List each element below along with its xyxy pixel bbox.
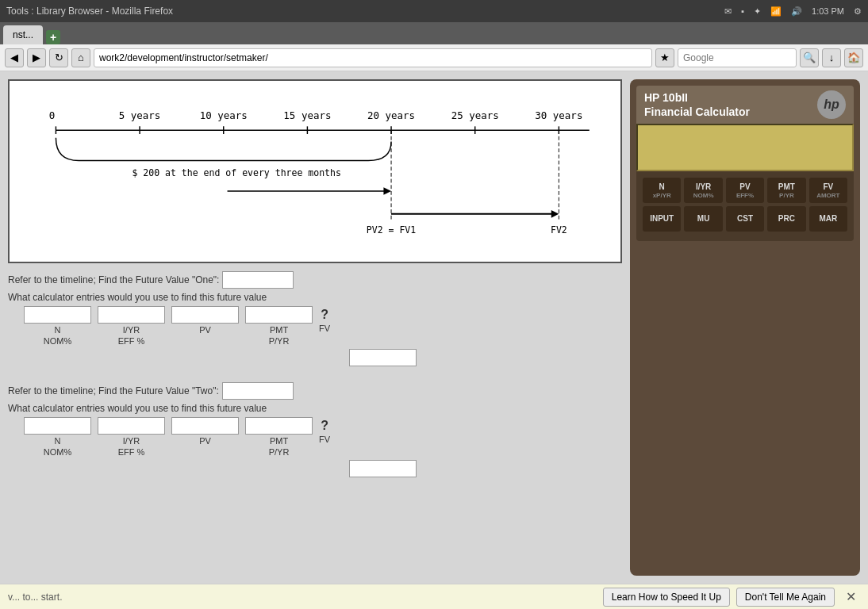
hp-btn-iyr[interactable]: I/YRNOM%	[684, 178, 722, 203]
hp-btn-input[interactable]: INPUT	[643, 206, 681, 232]
form2-row2: What calculator entries would you use to…	[8, 403, 622, 414]
form1-label1: Refer to the timeline; Find the Future V…	[8, 274, 219, 285]
forward-button[interactable]: ▶	[27, 48, 46, 67]
search-input[interactable]	[678, 48, 797, 67]
form2-fv-col: ? FV	[319, 417, 330, 457]
content-area: 0 5 years 10 years 15 years 20 years 25 …	[0, 71, 868, 584]
form1-n-label: N	[55, 325, 61, 335]
timeline-svg: 0 5 years 10 years 15 years 20 years 25 …	[25, 97, 605, 247]
form1-row1: Refer to the timeline; Find the Future V…	[8, 271, 622, 289]
hp-calculator: HP 10bII Financial Calculator hp NxP/YR …	[630, 79, 860, 576]
form1-pmt-input[interactable]	[245, 306, 313, 324]
svg-text:5 years: 5 years	[119, 109, 161, 121]
hp-title: HP 10bII Financial Calculator	[644, 90, 750, 119]
bookmark-button[interactable]: ★	[655, 48, 674, 67]
svg-marker-19	[383, 187, 391, 195]
form2-calc-inputs: N NOM% I/YR EFF % PV PMT P/YR	[24, 417, 622, 457]
hp-header: HP 10bII Financial Calculator hp	[636, 86, 854, 124]
form1-pmt-col: PMT P/YR	[245, 306, 313, 346]
url-input[interactable]	[94, 48, 652, 67]
form1-pv-label: PV	[199, 325, 211, 335]
hp-btn-row-1: NxP/YR I/YRNOM% PVEFF% PMTP/YR FVAMORT	[643, 178, 847, 203]
hp-title-line2: Financial Calculator	[644, 105, 750, 119]
bookmarks-button[interactable]: 🏠	[844, 48, 863, 67]
form1-fv-answer-input[interactable]	[349, 349, 417, 366]
form1-pyr-label: P/YR	[269, 336, 290, 346]
form2-pv-input[interactable]	[171, 417, 239, 435]
close-notification-button[interactable]: ✕	[841, 588, 860, 607]
new-tab-button[interactable]: +	[46, 30, 60, 44]
form1-pv-input[interactable]	[171, 306, 239, 324]
form2-pmt-col: PMT P/YR	[245, 417, 313, 457]
form1-iyr-label: I/YR	[123, 325, 140, 335]
form2-fv-label: FV	[319, 435, 330, 444]
form2-iyr-input[interactable]	[98, 417, 165, 435]
form1-row2: What calculator entries would you use to…	[8, 292, 622, 303]
dont-tell-again-button[interactable]: Don't Tell Me Again	[736, 588, 835, 607]
form2-n-input[interactable]	[24, 417, 91, 435]
back-button[interactable]: ◀	[5, 48, 24, 67]
svg-text:25 years: 25 years	[451, 109, 499, 121]
hp-btn-n[interactable]: NxP/YR	[643, 178, 681, 203]
form1-n-col: N NOM%	[24, 306, 91, 346]
home-button[interactable]: ⌂	[71, 48, 90, 67]
hp-btn-mu[interactable]: MU	[684, 206, 722, 232]
svg-text:15 years: 15 years	[283, 109, 331, 121]
form2-row1: Refer to the timeline; Find the Future V…	[8, 382, 622, 400]
svg-text:10 years: 10 years	[200, 109, 248, 121]
clock: 1:03 PM	[812, 6, 844, 16]
form2-label2: What calculator entries would you use to…	[8, 403, 267, 414]
browser-tab[interactable]: nst...	[3, 25, 43, 44]
battery-icon: ▪	[741, 6, 744, 16]
window-title: Tools : Library Browser - Mozilla Firefo…	[6, 6, 724, 17]
form1-fv-col: ? FV	[319, 306, 330, 346]
svg-text:PV2 = FV1: PV2 = FV1	[367, 224, 416, 236]
form1-question: ?	[321, 308, 328, 322]
form2-iyr-label: I/YR	[123, 436, 140, 446]
form2-n-label: N	[55, 436, 61, 446]
form2-eff-label: EFF %	[118, 447, 145, 457]
form1-nom-label: NOM%	[44, 336, 71, 346]
svg-text:20 years: 20 years	[367, 109, 415, 121]
form1-iyr-col: I/YR EFF %	[98, 306, 165, 346]
form1-pmt-label: PMT	[270, 325, 288, 335]
form2-fv-answer-input[interactable]	[349, 460, 417, 477]
hp-btn-mar[interactable]: MAR	[809, 206, 847, 232]
hp-display	[636, 124, 854, 171]
email-icon: ✉	[724, 6, 732, 17]
hp-btn-pv[interactable]: PVEFF%	[726, 178, 764, 203]
form2-question: ?	[321, 419, 328, 433]
hp-btn-prc[interactable]: PRC	[767, 206, 805, 232]
form1-iyr-input[interactable]	[98, 306, 165, 324]
form-section-1: Refer to the timeline; Find the Future V…	[8, 271, 622, 366]
form2-pv-label: PV	[199, 436, 211, 446]
form1-calc-inputs: N NOM% I/YR EFF % PV PMT P/YR	[24, 306, 622, 346]
form2-label1: Refer to the timeline; Find the Future V…	[8, 385, 219, 396]
hp-logo: hp	[817, 90, 846, 119]
wifi-icon: 📶	[770, 6, 782, 17]
tabbar: nst... +	[0, 22, 868, 44]
hp-btn-pmt[interactable]: PMTP/YR	[767, 178, 805, 203]
form2-iyr-col: I/YR EFF %	[98, 417, 165, 457]
learn-how-button[interactable]: Learn How to Speed It Up	[603, 588, 730, 607]
form2-nom-label: NOM%	[44, 447, 71, 457]
hp-btn-fv[interactable]: FVAMORT	[809, 178, 847, 203]
form2-fv2-input[interactable]	[222, 382, 294, 400]
hp-btn-row-2: INPUT MU CST PRC MAR	[643, 206, 847, 232]
hp-title-line1: HP 10bII	[644, 90, 750, 105]
bluetooth-icon: ✦	[754, 6, 761, 17]
volume-icon: 🔊	[791, 6, 802, 17]
form2-pmt-input[interactable]	[245, 417, 313, 435]
form2-n-col: N NOM%	[24, 417, 91, 457]
form1-n-input[interactable]	[24, 306, 91, 324]
form1-fv-answer-row	[349, 349, 622, 366]
form1-fv-label: FV	[319, 324, 330, 333]
reload-button[interactable]: ↻	[49, 48, 68, 67]
timeline-diagram: 0 5 years 10 years 15 years 20 years 25 …	[8, 79, 622, 263]
search-button[interactable]: 🔍	[800, 48, 819, 67]
form2-fv-answer-row	[349, 460, 622, 477]
download-button[interactable]: ↓	[822, 48, 841, 67]
titlebar-icons: ✉ ▪ ✦ 📶 🔊 1:03 PM ⚙	[724, 6, 862, 17]
hp-btn-cst[interactable]: CST	[726, 206, 764, 232]
form1-fv1-input[interactable]	[222, 271, 294, 289]
